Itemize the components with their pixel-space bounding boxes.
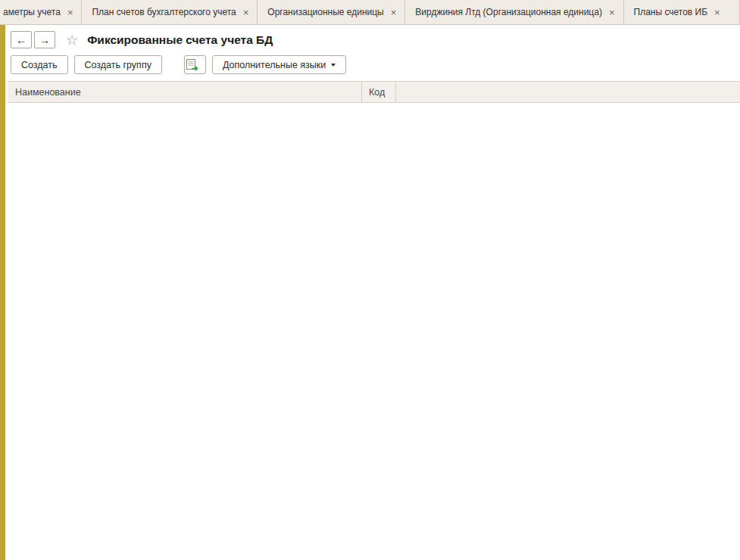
column-header-code[interactable]: Код [362, 82, 396, 102]
tab[interactable]: Планы счетов ИБ × [624, 0, 740, 24]
create-group-button[interactable]: Создать группу [74, 55, 162, 74]
close-icon[interactable]: × [609, 8, 615, 17]
column-header-account[interactable] [396, 82, 740, 102]
tab[interactable]: аметры учета × [0, 0, 82, 24]
arrow-left-icon: ← [16, 34, 27, 46]
create-button[interactable]: Создать [11, 55, 68, 74]
tab-label: Планы счетов ИБ [634, 7, 708, 17]
create-button-label: Создать [21, 60, 58, 70]
arrow-right-icon: → [39, 34, 50, 46]
page-title: Фиксированные счета учета БД [87, 33, 273, 47]
additional-languages-label: Дополнительные языки [223, 60, 326, 70]
accounts-tree-table: Наименование Код [8, 81, 740, 103]
close-icon[interactable]: × [67, 8, 73, 17]
create-group-button-label: Создать группу [85, 60, 151, 70]
left-accent-strip [0, 25, 5, 560]
navigation-row: ← → ☆ Фиксированные счета учета БД [0, 25, 740, 51]
tab[interactable]: План счетов бухгалтерского учета × [82, 0, 258, 24]
forward-button[interactable]: → [34, 31, 55, 48]
close-icon[interactable]: × [391, 8, 397, 17]
tab-label: План счетов бухгалтерского учета [92, 7, 236, 17]
tab-label: аметры учета [3, 7, 61, 17]
tab[interactable]: Организационные единицы × [258, 0, 405, 24]
tab-bar: аметры учета × План счетов бухгалтерског… [0, 0, 740, 25]
tab[interactable]: Вирджиния Лтд (Организационная единица) … [405, 0, 623, 24]
export-button[interactable] [184, 55, 206, 74]
close-icon[interactable]: × [243, 8, 249, 17]
back-button[interactable]: ← [11, 31, 32, 48]
caret-down-icon [331, 64, 336, 67]
command-bar: Создать Создать группу Дополнительные яз… [0, 51, 740, 74]
tab-label: Организационные единицы [267, 7, 383, 17]
additional-languages-button[interactable]: Дополнительные языки [212, 55, 346, 74]
tab-label: Вирджиния Лтд (Организационная единица) [415, 7, 602, 17]
table-header: Наименование Код [8, 81, 740, 103]
close-icon[interactable]: × [714, 8, 720, 17]
column-header-name[interactable]: Наименование [8, 82, 362, 102]
history-buttons: ← → [11, 31, 55, 48]
document-export-icon [186, 59, 199, 71]
star-icon[interactable]: ☆ [66, 32, 78, 48]
